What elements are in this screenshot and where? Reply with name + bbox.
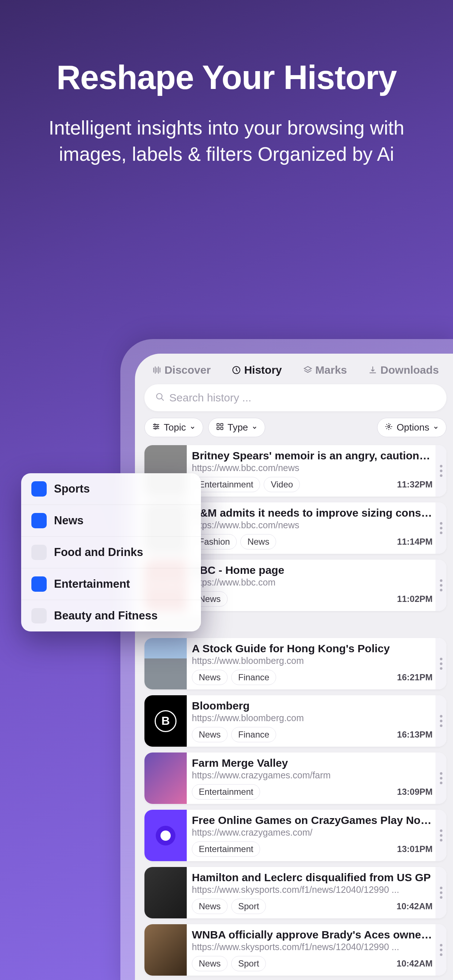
gear-icon <box>385 422 393 433</box>
hero-title: Reshape Your History <box>29 58 424 97</box>
category-tag: Finance <box>231 727 276 742</box>
search-input[interactable] <box>169 391 435 404</box>
more-options-button[interactable] <box>435 638 447 689</box>
chevron-down-icon <box>433 422 439 433</box>
filter-type[interactable]: Type <box>208 418 265 437</box>
category-tag: News <box>240 534 276 549</box>
more-options-button[interactable] <box>435 445 447 496</box>
search-bar[interactable] <box>144 384 447 411</box>
thumb-image <box>144 867 187 918</box>
topic-filter-item[interactable]: Sports <box>21 473 201 505</box>
category-tag: News <box>192 899 228 914</box>
item-title: A Stock Guide for Hong Kong's Policy <box>192 643 432 655</box>
history-item[interactable]: Free Online Games on CrazyGames Play Now… <box>144 810 447 861</box>
marks-icon <box>303 365 313 375</box>
item-title: BBC - Home page <box>192 564 432 576</box>
item-url: https://www.bbc.com/news <box>192 463 432 473</box>
history-item[interactable]: Farm Merge Valley https://www.crazygames… <box>144 752 447 804</box>
discover-icon <box>152 365 161 375</box>
item-time: 13:01PM <box>397 844 432 854</box>
category-tag: Sport <box>231 956 266 971</box>
svg-point-1 <box>156 393 162 399</box>
thumb-image <box>144 752 187 804</box>
topic-label: Sports <box>54 482 90 495</box>
svg-point-4 <box>155 428 156 430</box>
category-tag: News <box>192 727 228 742</box>
topic-filter-item[interactable]: Beauty and Fitness <box>21 600 201 632</box>
svg-rect-5 <box>217 424 219 426</box>
download-icon <box>368 365 378 375</box>
item-url: https://www.bbc.com <box>192 577 432 588</box>
tab-bar: Discover History Marks Downloads <box>135 354 453 384</box>
more-options-button[interactable] <box>435 503 447 554</box>
sliders-icon <box>152 422 160 433</box>
item-title: Britney Spears' memoir is an angry, caut… <box>192 450 432 462</box>
svg-rect-8 <box>221 427 223 430</box>
more-options-button[interactable] <box>435 810 447 861</box>
item-url: https://www.bbc.com/news <box>192 520 432 530</box>
category-tag: News <box>192 956 228 971</box>
item-url: https://www.bloomberg.com <box>192 655 432 666</box>
tab-discover[interactable]: Discover <box>152 364 211 376</box>
item-time: 16:13PM <box>397 730 432 740</box>
more-options-button[interactable] <box>435 752 447 804</box>
filter-options-label: Options <box>396 422 429 433</box>
checkbox[interactable] <box>31 608 47 624</box>
category-tag: Finance <box>231 670 276 685</box>
checkbox[interactable] <box>31 545 47 560</box>
svg-rect-6 <box>221 424 223 426</box>
history-item[interactable]: A Stock Guide for Hong Kong's Policy htt… <box>144 638 447 689</box>
thumb-image <box>144 924 187 975</box>
item-time: 11:02PM <box>397 594 432 604</box>
chevron-down-icon <box>190 422 196 433</box>
item-title: WNBA officially approve Brady's Aces own… <box>192 929 432 941</box>
more-options-button[interactable] <box>435 867 447 918</box>
hero-subtitle: Intelligent insights into your browsing … <box>29 115 424 167</box>
tab-marks-label: Marks <box>316 364 347 376</box>
checkbox[interactable] <box>31 576 47 592</box>
tab-marks[interactable]: Marks <box>303 364 347 376</box>
search-icon <box>155 392 165 403</box>
filter-options[interactable]: Options <box>377 418 447 437</box>
bloomberg-thumb: B <box>144 695 187 747</box>
svg-point-2 <box>154 424 156 425</box>
topic-filter-item[interactable]: Entertainment <box>21 568 201 600</box>
thumb-image <box>144 638 187 689</box>
item-title: H&M admits it needs to improve sizing co… <box>192 507 432 519</box>
category-tag: Entertainment <box>192 842 260 857</box>
svg-point-3 <box>157 426 158 427</box>
checkbox[interactable] <box>31 513 47 528</box>
history-list: A Stock Guide for Hong Kong's Policy htt… <box>144 638 447 975</box>
topic-filter-item[interactable]: Food and Drinks <box>21 537 201 568</box>
history-item[interactable]: Hamilton and Leclerc disqualified from U… <box>144 867 447 918</box>
item-title: Bloomberg <box>192 700 432 712</box>
tab-discover-label: Discover <box>164 364 211 376</box>
filter-topic[interactable]: Topic <box>144 418 203 437</box>
filter-type-label: Type <box>228 422 248 433</box>
more-options-button[interactable] <box>435 695 447 747</box>
tab-downloads[interactable]: Downloads <box>368 364 439 376</box>
more-options-button[interactable] <box>435 560 447 611</box>
tab-downloads-label: Downloads <box>380 364 439 376</box>
item-time: 11:32PM <box>397 479 432 490</box>
history-item[interactable]: WNBA officially approve Brady's Aces own… <box>144 924 447 975</box>
item-url: https://www.crazygames.com/ <box>192 827 432 838</box>
item-time: 16:21PM <box>397 672 432 682</box>
tab-history[interactable]: History <box>231 364 282 376</box>
topic-filter-item[interactable]: News <box>21 505 201 537</box>
category-tag: News <box>192 670 228 685</box>
svg-point-9 <box>388 425 390 428</box>
category-tag: Entertainment <box>192 477 260 492</box>
item-url: https://www.skysports.com/f1/news/12040/… <box>192 942 432 952</box>
category-tag: Entertainment <box>192 784 260 800</box>
item-time: 11:14PM <box>397 537 432 547</box>
category-tag: Sport <box>231 899 266 914</box>
checkbox[interactable] <box>31 481 47 496</box>
more-options-button[interactable] <box>435 924 447 975</box>
item-title: Hamilton and Leclerc disqualified from U… <box>192 871 432 884</box>
item-title: Farm Merge Valley <box>192 757 432 769</box>
tab-history-label: History <box>244 364 282 376</box>
device-frame: Discover History Marks Downloads <box>120 339 453 980</box>
crazygames-thumb <box>144 810 187 861</box>
history-item[interactable]: B Bloomberg https://www.bloomberg.com Ne… <box>144 695 447 747</box>
